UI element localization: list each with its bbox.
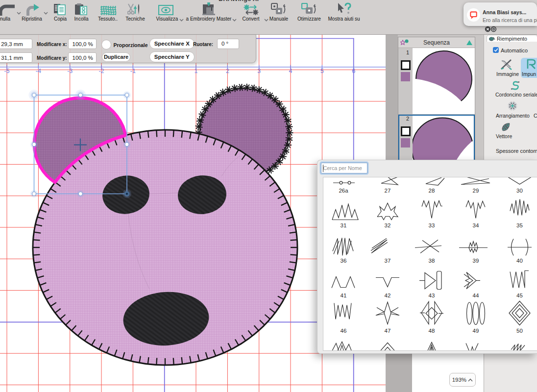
svg-text:1: 1	[195, 68, 198, 74]
svg-text:30: 30	[516, 188, 523, 194]
svg-text:2: 2	[226, 68, 229, 74]
svg-text:50: 50	[516, 328, 523, 334]
svg-text:36: 36	[341, 258, 347, 264]
svg-text:46: 46	[341, 328, 347, 334]
svg-text:40: 40	[516, 258, 523, 264]
svg-text:48: 48	[429, 328, 435, 334]
svg-text:6: 6	[352, 68, 355, 74]
svg-text:39: 39	[473, 258, 479, 264]
svg-text:4: 4	[289, 68, 293, 74]
svg-text:26a: 26a	[339, 188, 348, 194]
svg-text:-1: -1	[130, 68, 136, 74]
svg-text:42: 42	[385, 293, 391, 298]
svg-text:49: 49	[473, 328, 479, 334]
svg-text:34: 34	[473, 222, 479, 228]
svg-text:-2: -2	[98, 68, 104, 74]
svg-text:45: 45	[516, 293, 523, 298]
svg-text:35: 35	[516, 222, 523, 228]
svg-text:33: 33	[429, 222, 435, 228]
svg-text:28: 28	[429, 188, 435, 194]
svg-text:3: 3	[257, 68, 261, 74]
svg-text:44: 44	[473, 293, 479, 298]
svg-text:37: 37	[385, 258, 391, 264]
svg-text:31: 31	[341, 222, 347, 228]
svg-text:43: 43	[429, 293, 435, 298]
svg-text:-5: -5	[4, 68, 9, 74]
svg-text:-4: -4	[36, 68, 41, 74]
svg-text:38: 38	[429, 258, 435, 264]
svg-text:29: 29	[473, 188, 479, 194]
svg-text:47: 47	[385, 328, 391, 334]
svg-text:32: 32	[385, 222, 391, 228]
svg-text:41: 41	[341, 293, 347, 298]
svg-text:-3: -3	[67, 68, 73, 74]
svg-text:5: 5	[320, 68, 324, 74]
svg-text:27: 27	[385, 188, 391, 194]
